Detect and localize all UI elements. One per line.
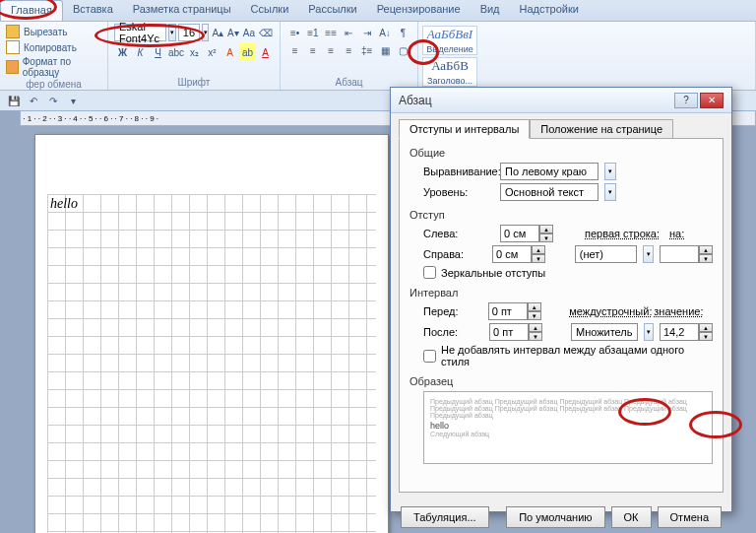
qat-more-icon[interactable]: ▾ [65, 94, 81, 107]
increase-indent-button[interactable]: ⇥ [358, 24, 375, 41]
tab-insert[interactable]: Вставка [63, 0, 123, 21]
grow-font-button[interactable]: A▴ [211, 24, 224, 41]
dialog-titlebar[interactable]: Абзац ? ✕ [391, 88, 731, 113]
default-button[interactable]: По умолчанию [506, 506, 604, 528]
document-page[interactable]: hello [34, 134, 389, 533]
up-icon[interactable]: ▲ [529, 323, 542, 332]
value-label: значение: [654, 305, 713, 317]
level-select[interactable]: Основной текст [500, 183, 598, 201]
decrease-indent-button[interactable]: ⇤ [341, 24, 357, 41]
right-spinner[interactable]: ▲▼ [492, 245, 545, 263]
up-icon[interactable]: ▲ [699, 245, 713, 254]
no-space-checkbox[interactable] [423, 350, 436, 363]
alignment-dropdown[interactable]: ▾ [604, 163, 616, 180]
justify-button[interactable]: ≡ [341, 41, 357, 59]
down-icon[interactable]: ▼ [528, 311, 541, 320]
mirror-checkbox[interactable] [423, 266, 436, 279]
shrink-font-button[interactable]: A▾ [226, 24, 240, 41]
multilevel-button[interactable]: ≡≡ [323, 24, 340, 41]
tab-layout[interactable]: Разметка страницы [123, 0, 241, 21]
alignment-select[interactable]: По левому краю [500, 163, 598, 180]
down-icon[interactable]: ▼ [539, 233, 553, 242]
format-painter-button[interactable]: Формат по образцу [6, 56, 101, 78]
after-input[interactable] [489, 323, 529, 341]
close-button[interactable]: ✕ [700, 93, 724, 108]
cancel-button[interactable]: Отмена [658, 506, 722, 528]
borders-button[interactable]: ▢ [395, 41, 411, 59]
first-line-dropdown[interactable]: ▾ [643, 245, 654, 263]
line-spacing-button[interactable]: ‡≡ [358, 41, 375, 59]
document-text[interactable]: hello [50, 196, 78, 212]
redo-icon[interactable]: ↷ [45, 94, 61, 107]
numbering-button[interactable]: ≡1 [304, 24, 321, 41]
undo-icon[interactable]: ↶ [26, 94, 41, 107]
after-spinner[interactable]: ▲▼ [489, 323, 542, 341]
value-input[interactable] [660, 323, 699, 341]
align-center-button[interactable]: ≡ [304, 41, 321, 59]
font-name-select[interactable]: Eskal Font4Yc [114, 24, 166, 41]
value-spinner[interactable]: ▲▼ [660, 323, 713, 341]
up-icon[interactable]: ▲ [532, 245, 545, 254]
left-spinner[interactable]: ▲▼ [500, 225, 553, 242]
bullets-button[interactable]: ≡• [286, 24, 303, 41]
before-input[interactable] [488, 302, 528, 320]
tab-mailings[interactable]: Рассылки [298, 0, 366, 21]
down-icon[interactable]: ▼ [699, 254, 713, 263]
bold-button[interactable]: Ж [114, 43, 131, 61]
tab-addins[interactable]: Надстройки [510, 0, 589, 21]
save-icon[interactable]: 💾 [6, 94, 22, 107]
down-icon[interactable]: ▼ [532, 254, 545, 263]
font-color-button[interactable]: A [257, 43, 274, 61]
down-icon[interactable]: ▼ [699, 332, 713, 341]
tabs-button[interactable]: Табуляция... [401, 506, 489, 528]
clear-formatting-button[interactable]: ⌫ [258, 24, 274, 41]
strike-button[interactable]: abc [167, 43, 185, 61]
style-heading[interactable]: АаБбВЗаголово... [422, 57, 477, 87]
tab-review[interactable]: Рецензирование [367, 0, 471, 21]
tab-home[interactable]: Главная [0, 0, 63, 21]
subscript-button[interactable]: x₂ [186, 43, 203, 61]
line-spacing-dropdown[interactable]: ▾ [644, 323, 654, 341]
show-marks-button[interactable]: ¶ [395, 24, 411, 41]
by-input[interactable] [660, 245, 699, 263]
copy-button[interactable]: Копировать [6, 40, 101, 54]
level-dropdown[interactable]: ▾ [604, 183, 616, 201]
sort-button[interactable]: A↓ [376, 24, 393, 41]
alignment-label: Выравнивание: [423, 166, 494, 177]
left-input[interactable] [500, 225, 539, 242]
up-icon[interactable]: ▲ [699, 323, 713, 332]
italic-button[interactable]: К [132, 43, 149, 61]
brush-icon [6, 60, 19, 74]
help-button[interactable]: ? [674, 93, 698, 108]
up-icon[interactable]: ▲ [528, 302, 541, 311]
align-right-button[interactable]: ≡ [323, 41, 340, 59]
section-spacing: Интервал [410, 287, 713, 299]
highlight-button[interactable]: ab [239, 43, 256, 61]
first-line-select[interactable]: (нет) [575, 245, 637, 263]
ok-button[interactable]: ОК [611, 506, 652, 528]
down-icon[interactable]: ▼ [529, 332, 542, 341]
paragraph-dialog: Абзац ? ✕ Отступы и интервалы Положение … [390, 87, 732, 512]
underline-button[interactable]: Ч [150, 43, 166, 61]
style-emphasis[interactable]: АаБбВвІВыделение [422, 26, 477, 55]
shading-button[interactable]: ▦ [376, 41, 393, 59]
tab-indents[interactable]: Отступы и интервалы [399, 119, 530, 139]
tab-references[interactable]: Ссылки [241, 0, 299, 21]
tab-view[interactable]: Вид [471, 0, 510, 21]
up-icon[interactable]: ▲ [539, 225, 553, 233]
before-spinner[interactable]: ▲▼ [488, 302, 541, 320]
tab-position[interactable]: Положение на странице [530, 119, 673, 139]
change-case-button[interactable]: Aa [242, 24, 256, 41]
section-indent: Отступ [410, 209, 713, 221]
font-size-select[interactable]: 16 [178, 24, 200, 41]
superscript-button[interactable]: x² [204, 43, 220, 61]
line-spacing-select[interactable]: Множитель [571, 323, 638, 341]
font-name-dropdown[interactable]: ▾ [168, 24, 175, 41]
group-styles: АаБбВвІВыделение АаБбВЗаголово... АаБНаз… [418, 22, 756, 90]
font-size-dropdown[interactable]: ▾ [202, 24, 209, 41]
cut-button[interactable]: Вырезать [6, 25, 101, 38]
by-spinner[interactable]: ▲▼ [660, 245, 713, 263]
right-input[interactable] [492, 245, 532, 263]
text-effects-button[interactable]: A [221, 43, 238, 61]
align-left-button[interactable]: ≡ [286, 41, 303, 59]
